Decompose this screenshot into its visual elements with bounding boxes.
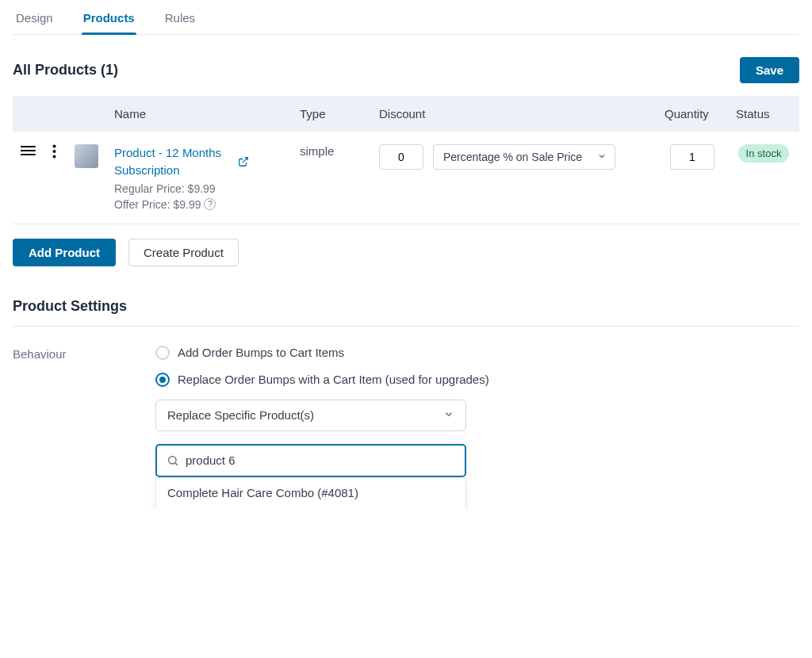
search-icon — [167, 454, 179, 467]
tab-products[interactable]: Products — [83, 0, 135, 34]
product-search-combo: Complete Hair Care Combo (#4081) Demo Pr… — [155, 444, 466, 477]
behaviour-setting: Behaviour Add Order Bumps to Cart Items … — [13, 346, 799, 477]
svg-point-8 — [53, 155, 56, 159]
svg-line-13 — [175, 463, 178, 465]
product-settings-title: Product Settings — [13, 298, 799, 327]
stock-status-badge: In stock — [738, 144, 790, 163]
quantity-input[interactable] — [670, 144, 714, 170]
behaviour-option-add[interactable]: Add Order Bumps to Cart Items — [155, 346, 799, 360]
all-products-header: All Products (1) Save — [13, 57, 799, 83]
product-name-link[interactable]: Product - 12 Months Subscription — [114, 144, 249, 179]
product-search-input-wrap[interactable] — [155, 444, 466, 477]
product-row: Product - 12 Months Subscription Regular… — [13, 132, 799, 224]
svg-point-7 — [53, 150, 56, 153]
tab-design[interactable]: Design — [16, 0, 53, 34]
col-name: Name — [106, 96, 292, 132]
dropdown-item[interactable]: Complete Hair Care Combo (#4081) — [156, 477, 465, 508]
product-search-dropdown: Complete Hair Care Combo (#4081) Demo Pr… — [155, 477, 466, 509]
behaviour-option-replace-label: Replace Order Bumps with a Cart Item (us… — [178, 373, 489, 386]
regular-price: Regular Price: $9.99 — [114, 182, 284, 195]
product-name-text: Product - 12 Months Subscription — [114, 144, 233, 179]
replace-mode-select[interactable]: Replace Specific Product(s) — [155, 400, 466, 431]
product-thumbnail — [75, 144, 98, 168]
chevron-down-icon — [443, 408, 454, 422]
save-button[interactable]: Save — [740, 57, 799, 83]
col-status: Status — [728, 96, 799, 132]
behaviour-option-add-label: Add Order Bumps to Cart Items — [178, 346, 344, 359]
radio-unchecked-icon — [155, 346, 170, 360]
radio-checked-icon — [155, 373, 170, 387]
col-discount: Discount — [371, 96, 657, 132]
discount-type-select[interactable]: Percentage % on Sale Price — [433, 144, 615, 170]
col-type: Type — [292, 96, 371, 132]
behaviour-label: Behaviour — [13, 346, 108, 361]
all-products-title: All Products (1) — [13, 62, 118, 78]
external-link-icon — [238, 156, 249, 167]
tab-rules[interactable]: Rules — [165, 0, 195, 34]
chevron-down-icon — [597, 151, 607, 163]
col-quantity: Quantity — [657, 96, 728, 132]
create-product-button[interactable]: Create Product — [128, 239, 239, 266]
product-actions: Add Product Create Product — [13, 239, 799, 266]
add-product-button[interactable]: Add Product — [13, 239, 116, 266]
tab-bar: Design Products Rules — [13, 0, 799, 35]
row-menu-icon[interactable] — [52, 147, 56, 161]
dropdown-item[interactable]: Demo Product (#3087) — [156, 508, 465, 509]
svg-line-9 — [243, 158, 247, 163]
behaviour-option-replace[interactable]: Replace Order Bumps with a Cart Item (us… — [155, 373, 799, 387]
drag-handle-icon[interactable] — [21, 146, 36, 159]
products-table: Name Type Discount Quantity Status — [13, 96, 799, 224]
discount-value-input[interactable] — [379, 144, 423, 170]
svg-point-6 — [53, 145, 56, 148]
svg-point-12 — [169, 456, 176, 463]
product-type: simple — [292, 132, 371, 224]
help-icon[interactable]: ? — [204, 198, 216, 210]
product-search-input[interactable] — [186, 453, 455, 467]
offer-price: Offer Price: $9.99 ? — [114, 198, 284, 211]
